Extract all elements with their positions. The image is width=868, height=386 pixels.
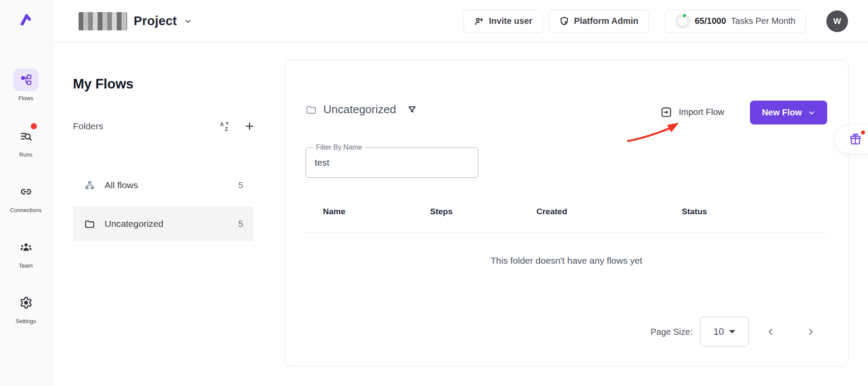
- folder-icon: [306, 104, 317, 115]
- import-icon: [661, 106, 672, 118]
- previous-page-button[interactable]: [763, 324, 779, 340]
- dropdown-arrow-icon: [729, 330, 735, 334]
- shield-icon: [559, 16, 569, 26]
- filter-by-name-input[interactable]: [306, 148, 478, 177]
- tasks-label: Tasks Per Month: [731, 16, 796, 26]
- flows-icon: [13, 69, 39, 91]
- project-label: Project: [134, 14, 177, 28]
- svg-text:A: A: [220, 121, 224, 128]
- sidebar-item-team[interactable]: Team: [0, 236, 52, 269]
- folder-icon: [84, 219, 95, 229]
- flows-panel: Uncategorized Import Flow New Flow Filte…: [284, 60, 848, 366]
- team-icon: [13, 236, 39, 258]
- import-flow-label: Import Flow: [679, 107, 724, 117]
- chevron-right-icon: [806, 327, 816, 337]
- sidebar-item-label: Flows: [19, 95, 33, 101]
- runs-icon: [13, 125, 39, 147]
- invite-user-button[interactable]: Invite user: [464, 10, 543, 33]
- user-plus-icon: [474, 16, 484, 26]
- folder-label: Uncategorized: [105, 219, 163, 229]
- activepieces-logo-icon: [18, 10, 34, 29]
- folder-item-uncategorized[interactable]: Uncategorized 5: [73, 206, 253, 241]
- topbar: Project Invite user Platfo: [52, 0, 868, 43]
- platform-admin-label: Platform Admin: [574, 16, 638, 26]
- project-switcher[interactable]: Project: [79, 12, 192, 30]
- sidebar: Flows Runs Connections: [0, 0, 52, 386]
- column-header-status: Status: [682, 207, 707, 216]
- new-flow-button[interactable]: New Flow: [750, 101, 827, 124]
- sidebar-item-connections[interactable]: Connections: [0, 180, 52, 213]
- link-icon: [13, 180, 39, 203]
- import-flow-button[interactable]: Import Flow: [661, 106, 724, 118]
- sidebar-item-label: Team: [19, 262, 33, 269]
- platform-admin-button[interactable]: Platform Admin: [549, 10, 649, 33]
- avatar-initial: W: [833, 16, 841, 26]
- page-title: My Flows: [73, 76, 134, 92]
- column-header-name: Name: [323, 207, 345, 216]
- app-logo[interactable]: [0, 10, 52, 29]
- folder-item-all-flows[interactable]: All flows 5: [73, 168, 253, 203]
- folders-header: Folders A Z: [73, 121, 255, 132]
- sidebar-item-label: Settings: [16, 318, 36, 324]
- gift-icon: [849, 133, 862, 146]
- folders-heading: Folders: [73, 121, 103, 131]
- gear-icon: [13, 291, 39, 314]
- add-folder-button[interactable]: [244, 121, 255, 132]
- chevron-down-icon: [184, 17, 192, 26]
- filter-by-name-field: Filter By Name: [306, 147, 478, 178]
- filter-field-label: Filter By Name: [313, 144, 365, 151]
- column-header-steps: Steps: [430, 207, 453, 216]
- tasks-count: 65/1000: [695, 16, 726, 26]
- folder-count: 5: [238, 180, 243, 190]
- panel-title: Uncategorized: [323, 103, 396, 116]
- avatar[interactable]: W: [826, 10, 848, 32]
- tasks-usage-button[interactable]: 65/1000 Tasks Per Month: [665, 10, 806, 33]
- table-divider: [306, 232, 827, 233]
- page-size-label: Page Size:: [651, 327, 693, 337]
- folder-count: 5: [238, 219, 243, 229]
- sidebar-item-label: Runs: [19, 151, 32, 158]
- sidebar-item-settings[interactable]: Settings: [0, 291, 52, 324]
- column-header-created: Created: [536, 207, 567, 216]
- redacted-project-name: [79, 12, 127, 30]
- rewards-tab[interactable]: [834, 124, 868, 154]
- sidebar-item-label: Connections: [10, 207, 41, 213]
- filter-funnel-icon[interactable]: [407, 105, 417, 114]
- tasks-progress-ring: [675, 14, 690, 29]
- chevron-left-icon: [766, 327, 776, 337]
- sort-alphabetical-icon[interactable]: A Z: [220, 121, 231, 132]
- folder-label: All flows: [105, 180, 138, 190]
- workflow-tree-icon: [84, 180, 95, 191]
- chevron-down-icon: [808, 109, 815, 117]
- runs-notification-dot: [31, 123, 37, 129]
- sidebar-item-flows[interactable]: Flows: [0, 69, 52, 101]
- next-page-button[interactable]: [803, 324, 819, 340]
- empty-state-message: This folder doesn't have any flows yet: [285, 255, 848, 266]
- sidebar-item-runs[interactable]: Runs: [0, 125, 52, 158]
- svg-text:Z: Z: [225, 126, 228, 132]
- invite-user-label: Invite user: [489, 16, 533, 26]
- rewards-notification-dot: [861, 131, 865, 134]
- page-size-select[interactable]: 10: [700, 317, 749, 347]
- page-size-value: 10: [713, 326, 724, 337]
- topbar-actions: Invite user Platform Admin 65/1000 Tasks…: [464, 10, 868, 33]
- new-flow-label: New Flow: [762, 108, 802, 118]
